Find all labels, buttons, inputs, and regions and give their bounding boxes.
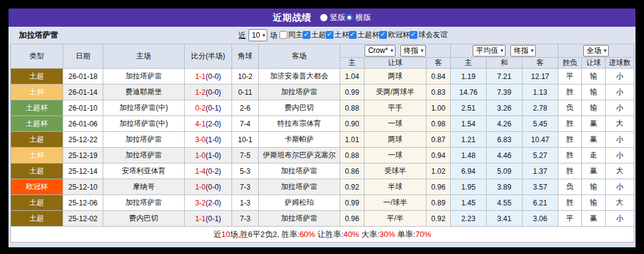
average-odds-time-select[interactable]: 终指 ▾ (510, 45, 536, 57)
away-team-cell[interactable]: 加济安泰普大都会 (259, 69, 340, 84)
table-row: 土杯25-12-19加拉塔萨雷1-0(1-0)7-5伊斯坦布尔巴萨克塞尔0.88… (11, 148, 634, 163)
subcol-ah-result: 让球 (582, 58, 606, 69)
col-header-date: 日期 (63, 44, 103, 69)
table-row: 欧冠杯25-12-10摩纳哥1-0(0-0)7-3加拉塔萨雷0.92半球0.96… (11, 179, 634, 195)
field-label: 场 (270, 30, 277, 41)
away-team-cell[interactable]: 卡斯帕萨 (259, 132, 340, 148)
average-select[interactable]: 平均值 ▾ (473, 45, 506, 57)
home-team-cell[interactable]: 加拉塔萨雷(中) (103, 116, 185, 132)
away-team-cell[interactable]: 加拉塔萨雷 (259, 179, 340, 195)
away-team-cell[interactable]: 费内巴切 (259, 100, 340, 116)
home-team-cell[interactable]: 加拉塔萨雷 (103, 148, 185, 163)
ah-line-cell: 受球半 (365, 163, 426, 179)
bookmaker-select[interactable]: Crow* ▾ (365, 45, 396, 57)
ah-away-odds-cell: 0.96 (426, 179, 451, 195)
half-time-score: (1-0) (206, 151, 221, 160)
score-cell[interactable]: 1-0(1-0) (185, 148, 232, 163)
ah-home-odds-cell: 1.01 (340, 132, 365, 148)
match-count-select[interactable]: 10 ▾ (248, 29, 268, 41)
summary-text: 近10场,胜6平2负2, 胜率:60% 让胜率:40% 大率:30% 单率:70… (11, 227, 634, 242)
handicap-result-cell: 赢 (582, 211, 606, 227)
date-cell: 26-01-18 (63, 69, 103, 84)
score-cell[interactable]: 1-1(0-1) (185, 211, 232, 227)
summary-segment: 大率: (359, 230, 379, 239)
filter-checkbox-土超[interactable]: ✓土超 (303, 30, 326, 40)
score-cell[interactable]: 1-1(0-0) (185, 69, 232, 84)
corner-cell: 5-3 (232, 163, 259, 179)
goals-result-cell: 小 (606, 84, 634, 100)
home-team-cell[interactable]: 加拉塔萨雷 (103, 195, 185, 211)
full-time-score: 1-2 (195, 88, 205, 97)
eu-home-odds-cell: 2.51 (451, 100, 487, 116)
score-cell[interactable]: 3-0(1-0) (185, 132, 232, 148)
home-team-cell[interactable]: 摩纳哥 (103, 179, 185, 195)
home-team-cell[interactable]: 费内巴切 (103, 211, 185, 227)
eu-draw-odds-cell: 7.39 (487, 84, 522, 100)
ah-line-cell: 两球 (365, 132, 426, 148)
ah-home-odds-cell: 0.88 (340, 148, 365, 163)
filters: 近 10 ▾ 场 ✓同主✓土超✓土杯✓土超杯✓欧冠杯✓球会友谊 (58, 29, 628, 41)
score-cell[interactable]: 1-4(0-2) (185, 163, 232, 179)
score-cell[interactable]: 1-2(0-0) (185, 84, 232, 100)
score-cell[interactable]: 3-2(2-0) (185, 195, 232, 211)
period-select[interactable]: 全场 ▾ (583, 45, 609, 57)
table-row: 土超25-12-22加拉塔萨雷3-0(1-0)10-1卡斯帕萨1.01两球0.8… (11, 132, 634, 148)
league-type-cell: 土超 (11, 211, 63, 227)
match-result-cell: 胜 (558, 132, 582, 148)
match-result-cell: 胜 (558, 163, 582, 179)
filter-checkbox-label: 同主 (288, 30, 303, 40)
chevron-down-icon: ▾ (501, 48, 504, 53)
score-cell[interactable]: 4-1(2-0) (185, 116, 232, 132)
away-team-cell[interactable]: 加拉塔萨雷 (259, 211, 340, 227)
away-team-cell[interactable]: 加拉塔萨雷 (259, 163, 340, 179)
ah-home-odds-cell: 0.92 (340, 179, 365, 195)
eu-home-odds-cell: 1.54 (451, 116, 487, 132)
handicap-result-cell: 输 (582, 69, 606, 84)
check-icon: ✓ (380, 30, 385, 38)
away-team-cell[interactable]: 伊斯坦布尔巴萨克塞尔 (259, 148, 340, 163)
home-team-cell[interactable]: 费迪耶斯堡 (103, 84, 185, 100)
ah-home-odds-cell: 0.99 (340, 195, 365, 211)
subcol-goals: 进球数 (606, 58, 634, 69)
checked-checkbox-icon: ✓ (303, 31, 310, 39)
home-team-cell[interactable]: 加拉塔萨雷(中) (103, 100, 185, 116)
away-team-cell[interactable]: 加拉塔萨雷 (259, 84, 340, 100)
result-header-group: 全场 ▾ (558, 44, 634, 58)
score-cell[interactable]: 1-0(0-0) (185, 179, 232, 195)
filter-checkbox-土杯[interactable]: ✓土杯 (326, 30, 349, 40)
ah-away-odds-cell: 0.98 (426, 116, 451, 132)
eu-home-odds-cell: 1.19 (451, 69, 487, 84)
ah-away-odds-cell: 0.87 (426, 132, 451, 148)
away-team-cell[interactable]: 萨姆松珀 (259, 195, 340, 211)
handicap-result-cell: 输 (582, 179, 606, 195)
home-team-cell[interactable]: 加拉塔萨雷 (103, 132, 185, 148)
filter-checkbox-球会友谊[interactable]: ✓球会友谊 (409, 30, 447, 40)
filter-checkbox-欧冠杯[interactable]: ✓欧冠杯 (379, 30, 409, 40)
ah-line-cell: 受两/两球半 (365, 84, 426, 100)
view-radio-horizontal[interactable]: 横版 (346, 12, 371, 23)
view-radio-vertical[interactable]: 竖版 (320, 12, 346, 23)
home-team-cell[interactable]: 安塔利亚体育 (103, 163, 185, 179)
full-time-score: 1-1 (195, 215, 205, 223)
subcol-eu-draw: 和 (487, 58, 522, 69)
score-cell[interactable]: 0-2(0-1) (185, 100, 232, 116)
ah-home-odds-cell: 0.86 (340, 163, 365, 179)
ah-line-cell: 一/球半 (365, 195, 426, 211)
filter-checkbox-土超杯[interactable]: ✓土超杯 (349, 30, 379, 40)
radio-icon (346, 14, 353, 21)
corner-cell: 10-2 (232, 69, 259, 84)
corner-cell: 10-1 (232, 132, 259, 148)
handicap-odds-time-select[interactable]: 终指 ▾ (400, 45, 426, 57)
eu-draw-odds-cell: 3.41 (487, 211, 522, 227)
ah-home-odds-cell: 0.90 (340, 116, 365, 132)
chevron-down-icon: ▾ (262, 33, 265, 38)
subcol-ah-away: 客 (426, 58, 451, 69)
handicap-result-cell: 赢 (582, 116, 606, 132)
half-time-score: (1-0) (206, 136, 221, 144)
filter-checkbox-同主[interactable]: ✓同主 (279, 30, 303, 40)
home-team-cell[interactable]: 加拉塔萨雷 (103, 69, 185, 84)
league-type-cell: 土超 (11, 132, 63, 148)
summary-segment: 单率: (395, 230, 415, 239)
table-row: 土超杯26-01-06加拉塔萨雷(中)4-1(2-0)7-4特拉布宗体育0.90… (11, 116, 634, 132)
away-team-cell[interactable]: 特拉布宗体育 (259, 116, 340, 132)
